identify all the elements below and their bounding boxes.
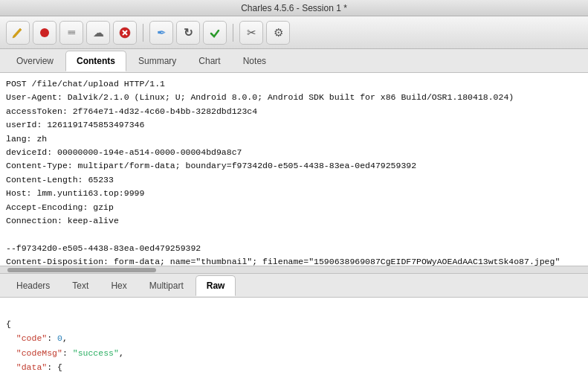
separator-1 bbox=[143, 24, 143, 42]
top-tab-bar: Overview Contents Summary Chart Notes bbox=[0, 49, 588, 73]
tab-hex[interactable]: Hex bbox=[100, 275, 137, 296]
check-btn[interactable] bbox=[203, 21, 227, 45]
separator-2 bbox=[233, 24, 233, 42]
settings-btn[interactable]: ⚙ bbox=[266, 21, 290, 45]
json-key-codemsg: "codeMsg" bbox=[16, 348, 62, 358]
bottom-tab-bar: Headers Text Hex Multipart Raw bbox=[0, 274, 588, 298]
window-title: Charles 4.5.6 - Session 1 * bbox=[241, 3, 347, 13]
response-content: { "code": 0, "codeMsg": "success", "data… bbox=[0, 298, 588, 375]
title-bar: Charles 4.5.6 - Session 1 * bbox=[0, 0, 588, 16]
pen-tool-btn[interactable] bbox=[6, 21, 30, 45]
json-value-code: 0 bbox=[57, 333, 62, 343]
bottom-panel: Headers Text Hex Multipart Raw { "code":… bbox=[0, 274, 588, 375]
refresh-btn[interactable]: ↻ bbox=[176, 21, 200, 45]
svg-point-0 bbox=[40, 28, 49, 37]
tab-text[interactable]: Text bbox=[62, 275, 99, 296]
json-key-data: "data" bbox=[16, 362, 47, 372]
throttle-btn[interactable]: ≡≡ bbox=[59, 21, 83, 45]
record-btn[interactable] bbox=[33, 21, 56, 45]
json-open-brace: { bbox=[6, 319, 11, 329]
tab-notes[interactable]: Notes bbox=[233, 51, 277, 71]
tab-multipart[interactable]: Multipart bbox=[139, 275, 194, 296]
cloud-btn[interactable]: ☁ bbox=[86, 21, 110, 45]
toolbar: ≡≡ ☁ ✒ ↻ ✂ ⚙ bbox=[0, 16, 588, 49]
tab-summary[interactable]: Summary bbox=[128, 51, 187, 71]
horizontal-scrollbar[interactable] bbox=[0, 266, 588, 274]
tab-overview[interactable]: Overview bbox=[6, 51, 64, 71]
tab-headers[interactable]: Headers bbox=[6, 275, 60, 296]
json-value-codemsg: "success" bbox=[73, 348, 119, 358]
compose-btn[interactable]: ✒ bbox=[149, 21, 173, 45]
scrollbar-thumb[interactable] bbox=[7, 268, 156, 272]
stop-btn[interactable] bbox=[113, 21, 137, 45]
json-key-code: "code" bbox=[16, 333, 47, 343]
tools-btn[interactable]: ✂ bbox=[239, 21, 263, 45]
tab-raw[interactable]: Raw bbox=[196, 275, 236, 296]
request-headers-content: POST /file/chat/upload HTTP/1.1 User-Age… bbox=[0, 73, 588, 266]
request-headers-text: POST /file/chat/upload HTTP/1.1 User-Age… bbox=[6, 79, 560, 266]
tab-chart[interactable]: Chart bbox=[188, 51, 230, 71]
tab-contents[interactable]: Contents bbox=[65, 51, 126, 71]
